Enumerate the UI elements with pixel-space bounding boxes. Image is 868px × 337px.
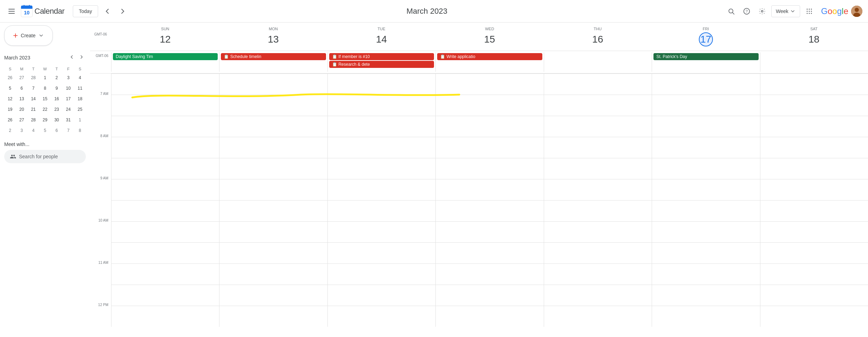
time-cell-row7-col5[interactable] xyxy=(652,221,760,242)
time-cell-row7-col3[interactable] xyxy=(435,221,543,242)
time-cell-row4-col2[interactable] xyxy=(327,158,435,179)
mini-cal-day-6[interactable]: 6 xyxy=(16,83,27,94)
mini-cal-day-27[interactable]: 27 xyxy=(16,72,27,83)
mini-cal-day-9[interactable]: 9 xyxy=(51,83,63,94)
time-cell-row2-col1[interactable] xyxy=(219,116,327,137)
time-cell-row10-col5[interactable] xyxy=(652,285,760,306)
mini-cal-day-22[interactable]: 22 xyxy=(39,104,51,115)
time-cell-row11-col1[interactable] xyxy=(219,306,327,327)
time-cell-row2-col4[interactable] xyxy=(544,116,652,137)
time-cell-row0-col0[interactable] xyxy=(111,74,219,95)
mini-cal-day-27[interactable]: 27 xyxy=(16,115,27,125)
time-cell-row11-col2[interactable] xyxy=(327,306,435,327)
time-cell-row4-col6[interactable] xyxy=(760,158,868,179)
time-cell-row2-col3[interactable] xyxy=(435,116,543,137)
time-cell-row3-col1[interactable] xyxy=(219,137,327,158)
mini-cal-day-5[interactable]: 5 xyxy=(4,83,16,94)
mini-cal-day-30[interactable]: 30 xyxy=(51,115,63,125)
mini-cal-day-11[interactable]: 11 xyxy=(74,83,86,94)
mini-cal-day-21[interactable]: 21 xyxy=(27,104,39,115)
time-cell-row6-col5[interactable] xyxy=(652,200,760,221)
time-cell-row6-col1[interactable] xyxy=(219,200,327,221)
time-cell-row3-col0[interactable] xyxy=(111,137,219,158)
time-cell-row6-col3[interactable] xyxy=(435,200,543,221)
time-cell-row0-col5[interactable] xyxy=(652,74,760,95)
mini-cal-day-20[interactable]: 20 xyxy=(16,104,27,115)
day-number-sun[interactable]: 12 xyxy=(158,32,172,46)
time-cell-row2-col6[interactable] xyxy=(760,116,868,137)
settings-button[interactable] xyxy=(756,5,768,18)
day-number-thu[interactable]: 16 xyxy=(591,32,605,46)
time-cell-row3-col2[interactable] xyxy=(327,137,435,158)
time-cell-row5-col5[interactable] xyxy=(652,179,760,200)
time-cell-row4-col4[interactable] xyxy=(544,158,652,179)
mini-cal-day-1[interactable]: 1 xyxy=(39,72,51,83)
today-button[interactable]: Today xyxy=(73,5,98,17)
time-cell-row0-col6[interactable] xyxy=(760,74,868,95)
mini-cal-next-button[interactable] xyxy=(77,53,86,63)
time-cell-row5-col4[interactable] xyxy=(544,179,652,200)
mini-cal-day-15[interactable]: 15 xyxy=(39,94,51,104)
time-cell-row9-col0[interactable] xyxy=(111,263,219,285)
mini-cal-day-3[interactable]: 3 xyxy=(63,72,74,83)
time-cell-row1-col5[interactable] xyxy=(652,95,760,116)
time-cell-row11-col5[interactable] xyxy=(652,306,760,327)
time-cell-row11-col3[interactable] xyxy=(435,306,543,327)
day-number-mon[interactable]: 13 xyxy=(266,32,280,46)
mini-cal-day-8[interactable]: 8 xyxy=(39,83,51,94)
mini-cal-day-10[interactable]: 10 xyxy=(63,83,74,94)
time-cell-row5-col1[interactable] xyxy=(219,179,327,200)
time-cell-row8-col2[interactable] xyxy=(327,242,435,263)
time-cell-row4-col5[interactable] xyxy=(652,158,760,179)
mini-cal-day-28[interactable]: 28 xyxy=(27,115,39,125)
mini-cal-day-29[interactable]: 29 xyxy=(39,115,51,125)
time-cell-row3-col4[interactable] xyxy=(544,137,652,158)
mini-cal-day-23[interactable]: 23 xyxy=(51,104,63,115)
time-cell-row1-col6[interactable] xyxy=(760,95,868,116)
mini-cal-day-7[interactable]: 7 xyxy=(63,125,74,136)
time-cell-row3-col5[interactable] xyxy=(652,137,760,158)
time-cell-row8-col6[interactable] xyxy=(760,242,868,263)
mini-cal-day-26[interactable]: 26 xyxy=(4,72,16,83)
time-cell-row7-col6[interactable] xyxy=(760,221,868,242)
time-cell-row10-col4[interactable] xyxy=(544,285,652,306)
time-cell-row1-col4[interactable] xyxy=(544,95,652,116)
time-cell-row9-col1[interactable] xyxy=(219,263,327,285)
time-cell-row7-col1[interactable] xyxy=(219,221,327,242)
mini-cal-prev-button[interactable] xyxy=(68,53,76,63)
time-cell-row8-col5[interactable] xyxy=(652,242,760,263)
menu-button[interactable] xyxy=(6,5,18,17)
time-cell-row6-col2[interactable] xyxy=(327,200,435,221)
prev-period-button[interactable] xyxy=(101,5,114,18)
time-cell-row2-col5[interactable] xyxy=(652,116,760,137)
mini-cal-day-17[interactable]: 17 xyxy=(63,94,74,104)
time-cell-row0-col3[interactable] xyxy=(435,74,543,95)
time-cell-row9-col4[interactable] xyxy=(544,263,652,285)
time-cell-row3-col6[interactable] xyxy=(760,137,868,158)
user-avatar[interactable] xyxy=(851,6,862,17)
mini-cal-day-25[interactable]: 25 xyxy=(74,104,86,115)
time-cell-row8-col3[interactable] xyxy=(435,242,543,263)
search-button[interactable] xyxy=(725,5,738,18)
time-cell-row10-col3[interactable] xyxy=(435,285,543,306)
mini-cal-day-1[interactable]: 1 xyxy=(74,115,86,125)
time-cell-row8-col1[interactable] xyxy=(219,242,327,263)
create-button[interactable]: + Create xyxy=(4,25,53,46)
mini-cal-day-14[interactable]: 14 xyxy=(27,94,39,104)
day-number-sat[interactable]: 18 xyxy=(807,32,821,46)
time-cell-row1-col0[interactable] xyxy=(111,95,219,116)
event-if-member[interactable]: 📋 If member is #10 xyxy=(329,53,434,60)
mini-cal-day-4[interactable]: 4 xyxy=(27,125,39,136)
time-cell-row10-col1[interactable] xyxy=(219,285,327,306)
search-people-button[interactable]: Search for people xyxy=(4,150,86,163)
mini-cal-day-28[interactable]: 28 xyxy=(27,72,39,83)
mini-cal-day-19[interactable]: 19 xyxy=(4,104,16,115)
day-number-tue[interactable]: 14 xyxy=(375,32,389,46)
time-cell-row9-col5[interactable] xyxy=(652,263,760,285)
time-cell-row3-col3[interactable] xyxy=(435,137,543,158)
mini-cal-day-4[interactable]: 4 xyxy=(74,72,86,83)
time-cell-row4-col0[interactable] xyxy=(111,158,219,179)
mini-cal-day-26[interactable]: 26 xyxy=(4,115,16,125)
mini-cal-day-18[interactable]: 18 xyxy=(74,94,86,104)
time-cell-row9-col6[interactable] xyxy=(760,263,868,285)
